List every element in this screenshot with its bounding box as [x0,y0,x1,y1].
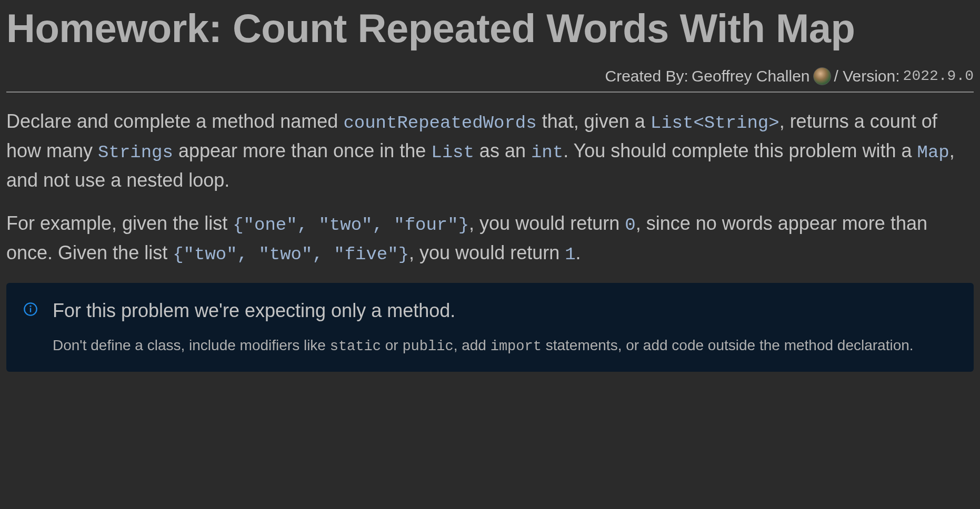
version-value: 2022.9.0 [903,68,974,84]
description-paragraph-1: Declare and complete a method named coun… [6,107,974,195]
code-map: Map [917,142,949,162]
info-icon [23,302,38,319]
text-fragment: that, given a [537,110,651,132]
meta-row: Created By: Geoffrey Challen / Version: … [6,67,974,93]
text-fragment: or [381,337,402,353]
description-paragraph-2: For example, given the list {"one", "two… [6,209,974,268]
code-list-string: List<String> [651,113,779,133]
code-method-name: countRepeatedWords [343,113,536,133]
author-name: Geoffrey Challen [692,67,810,85]
code-example-list-1: {"one", "two", "four"} [233,215,469,235]
text-fragment: For example, given the list [6,212,233,234]
version-label: / Version: [834,67,900,85]
text-fragment: , you would return [409,242,565,263]
problem-description: Declare and complete a method named coun… [6,107,974,268]
code-static: static [330,339,381,354]
svg-point-2 [30,306,31,306]
code-list: List [431,142,474,162]
text-fragment: , add [454,337,491,353]
author-avatar [813,67,831,85]
code-strings: Strings [98,142,173,162]
code-return-0: 0 [625,215,635,235]
text-fragment: statements, or add code outside the meth… [542,337,914,353]
text-fragment: , you would return [469,212,625,234]
text-fragment: Declare and complete a method named [6,110,343,132]
code-int: int [531,142,563,162]
page-title: Homework: Count Repeated Words With Map [6,6,974,50]
text-fragment: . [576,242,581,263]
code-example-list-2: {"two", "two", "five"} [173,245,409,264]
code-import: import [491,339,542,354]
text-fragment: appear more than once in the [173,140,431,161]
info-box: For this problem we're expecting only a … [6,283,974,372]
code-return-1: 1 [565,245,575,264]
text-fragment: Don't define a class, include modifiers … [53,337,330,353]
info-content: For this problem we're expecting only a … [53,298,957,358]
text-fragment: . You should complete this problem with … [563,140,917,161]
text-fragment: as an [474,140,531,161]
created-by-label: Created By: [605,67,688,85]
info-body: Don't define a class, include modifiers … [53,334,957,358]
info-heading: For this problem we're expecting only a … [53,298,957,324]
code-public: public [402,339,453,354]
